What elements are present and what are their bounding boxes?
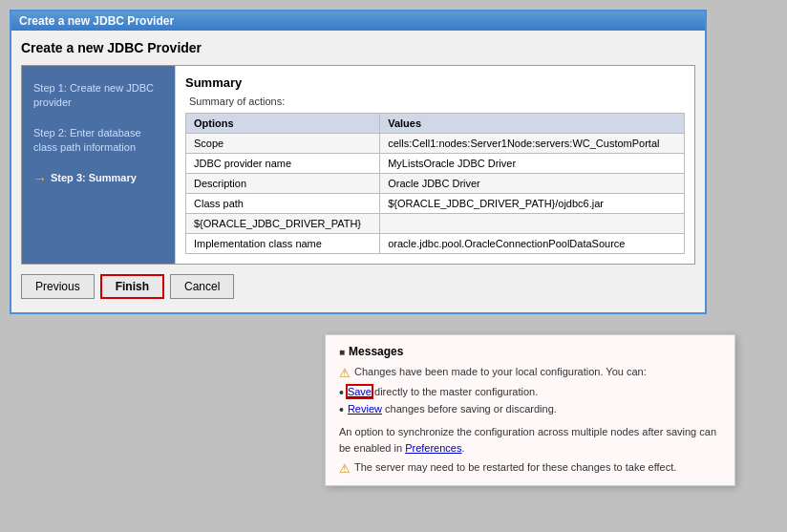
bullet-icon: •: [339, 403, 344, 416]
cell-value: oracle.jdbc.pool.OracleConnectionPoolDat…: [380, 234, 685, 254]
page-title: Create a new JDBC Provider: [21, 40, 695, 55]
messages-panel: ■ Messages ⚠ Changes have been made to y…: [325, 334, 735, 486]
window-title: Create a new JDBC Provider: [19, 14, 174, 28]
sidebar-item-step2[interactable]: Step 2: Enter database class path inform…: [22, 118, 175, 163]
sidebar-step3-label: Step 3: Summary: [51, 171, 137, 185]
table-row: ${ORACLE_JDBC_DRIVER_PATH}: [186, 214, 685, 234]
cell-option: JDBC provider name: [186, 154, 380, 174]
messages-header: ■ Messages: [339, 345, 721, 358]
cell-option: Description: [186, 174, 380, 194]
table-header-row: Options Values: [186, 114, 685, 134]
bullet-icon: •: [339, 386, 344, 399]
messages-warning-line: ⚠ Changes have been made to your local c…: [339, 366, 721, 380]
messages-item-review: • Review changes before saving or discar…: [339, 403, 721, 416]
title-bar: Create a new JDBC Provider: [11, 11, 705, 31]
summary-table: Options Values Scope cells:Cell1:nodes:S…: [185, 113, 685, 254]
save-link[interactable]: Save: [348, 386, 372, 397]
messages-footer-text: The server may need to be restarted for …: [354, 461, 676, 473]
cell-value: MyListsOracle JDBC Driver: [380, 154, 685, 174]
cell-option: Scope: [186, 134, 380, 154]
previous-button[interactable]: Previous: [21, 274, 95, 299]
finish-button[interactable]: Finish: [100, 274, 164, 299]
review-link[interactable]: Review: [348, 403, 382, 415]
messages-footer: ⚠ The server may need to be restarted fo…: [339, 461, 721, 476]
cell-value: Oracle JDBC Driver: [380, 174, 685, 194]
sidebar: Step 1: Create new JDBC provider Step 2:…: [22, 66, 175, 264]
arrow-icon: →: [33, 170, 47, 189]
buttons-row: Previous Finish Cancel: [21, 265, 695, 303]
cell-option: Implementation class name: [186, 234, 380, 254]
table-row: Class path ${ORACLE_JDBC_DRIVER_PATH}/oj…: [186, 194, 685, 214]
col-header-values: Values: [380, 114, 685, 134]
sidebar-item-step3[interactable]: → Step 3: Summary: [22, 163, 175, 197]
warning-footer-icon: ⚠: [339, 461, 351, 476]
messages-paragraph: An option to synchronize the configurati…: [339, 424, 721, 456]
summary-subtitle: Summary of actions:: [185, 96, 685, 107]
cancel-button[interactable]: Cancel: [170, 274, 234, 299]
table-row: JDBC provider name MyListsOracle JDBC Dr…: [186, 154, 685, 174]
messages-title: Messages: [349, 345, 403, 358]
sidebar-item-step1[interactable]: Step 1: Create new JDBC provider: [22, 74, 175, 118]
preferences-link[interactable]: Preferences: [405, 442, 461, 454]
summary-title: Summary: [185, 75, 685, 90]
table-row: Implementation class name oracle.jdbc.po…: [186, 234, 685, 254]
warning-icon: ⚠: [339, 366, 351, 380]
col-header-options: Options: [186, 114, 380, 134]
sidebar-step2-label: Step 2: Enter database class path inform…: [33, 127, 141, 153]
messages-item-save: • Save directly to the master configurat…: [339, 386, 721, 399]
collapse-icon[interactable]: ■: [339, 347, 345, 357]
sidebar-step1-label: Step 1: Create new JDBC provider: [33, 82, 154, 108]
cell-value: ${ORACLE_JDBC_DRIVER_PATH}/ojdbc6.jar: [380, 194, 685, 214]
cell-value: cells:Cell1:nodes:Server1Node:servers:WC…: [380, 134, 685, 154]
table-row: Description Oracle JDBC Driver: [186, 174, 685, 194]
content-area: Summary Summary of actions: Options Valu…: [175, 66, 694, 264]
review-text: changes before saving or discarding.: [382, 403, 557, 415]
save-text: directly to the master configuration.: [372, 386, 538, 397]
messages-warning-text: Changes have been made to your local con…: [354, 366, 647, 377]
cell-option: Class path: [186, 194, 380, 214]
table-row: Scope cells:Cell1:nodes:Server1Node:serv…: [186, 134, 685, 154]
cell-value: [380, 214, 685, 234]
cell-option: ${ORACLE_JDBC_DRIVER_PATH}: [186, 214, 380, 234]
